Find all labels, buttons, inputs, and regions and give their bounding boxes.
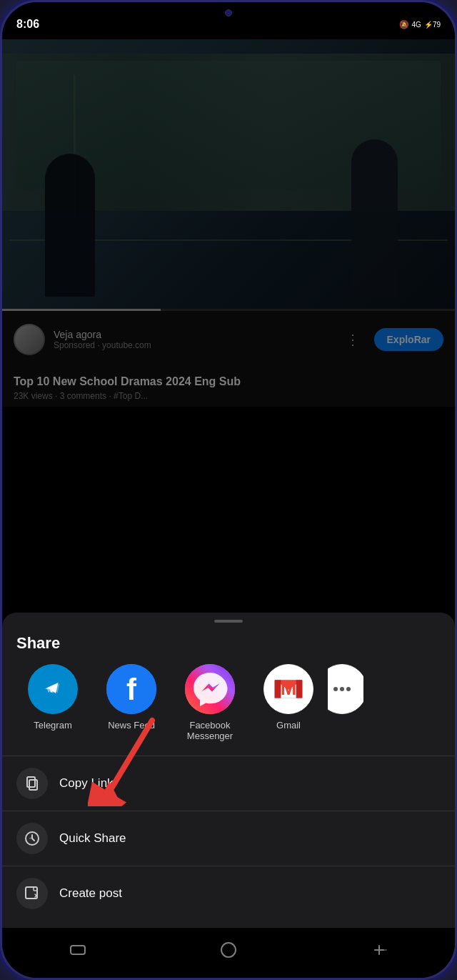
share-apps-row: Telegram f News Feed — [2, 664, 455, 756]
svg-rect-12 — [27, 777, 35, 787]
gmail-icon: M — [263, 664, 313, 714]
messenger-icon — [185, 664, 235, 714]
quick-share-icon — [16, 823, 48, 854]
phone-frame: 8:06 🔕 4G ⚡79 — [0, 0, 457, 980]
share-handle — [214, 620, 243, 623]
svg-point-9 — [333, 687, 338, 691]
status-icons: 🔕 4G ⚡79 — [399, 20, 441, 29]
signal-icon: 4G — [412, 21, 421, 29]
share-option-quickshare[interactable]: Quick Share — [2, 811, 455, 866]
facebook-icon: f — [106, 664, 156, 714]
quick-share-label: Quick Share — [59, 831, 126, 846]
phone-screen: 8:06 🔕 4G ⚡79 — [2, 2, 455, 978]
share-app-telegram[interactable]: Telegram — [14, 664, 92, 741]
svg-text:f: f — [126, 673, 137, 706]
camera — [225, 9, 232, 16]
telegram-label: Telegram — [34, 720, 71, 731]
svg-rect-13 — [29, 780, 37, 790]
status-time: 8:06 — [16, 18, 39, 31]
share-option-copylink[interactable]: Copy Link — [2, 756, 455, 811]
svg-point-10 — [340, 687, 344, 691]
phone-notch — [186, 2, 271, 24]
create-post-icon — [16, 878, 48, 909]
share-option-createpost[interactable]: Create post — [2, 866, 455, 921]
share-title: Share — [2, 634, 455, 664]
copy-link-icon — [16, 768, 48, 799]
create-post-label: Create post — [59, 886, 122, 901]
share-app-more[interactable] — [328, 664, 363, 741]
mute-icon: 🔕 — [399, 20, 409, 29]
telegram-icon — [28, 664, 78, 714]
share-app-messenger[interactable]: FacebookMessenger — [171, 664, 249, 741]
copy-link-label: Copy Link — [59, 776, 114, 791]
battery-icon: ⚡79 — [424, 21, 441, 29]
share-sheet: Share — [2, 613, 455, 928]
svg-point-11 — [346, 687, 351, 691]
newsfeed-label: News Feed — [108, 720, 155, 731]
gmail-label: Gmail — [276, 720, 301, 731]
messenger-label: FacebookMessenger — [187, 720, 233, 741]
more-icon — [328, 664, 363, 714]
share-app-newsfeed[interactable]: f News Feed — [92, 664, 171, 741]
share-app-gmail[interactable]: M Gmail — [249, 664, 328, 741]
